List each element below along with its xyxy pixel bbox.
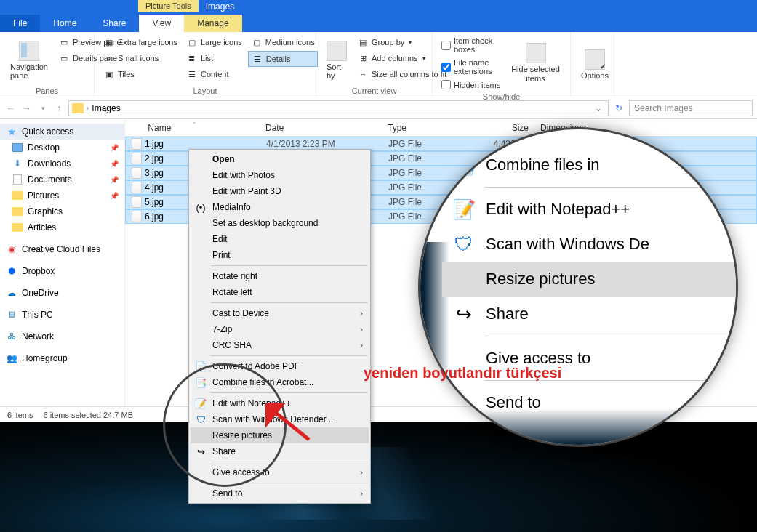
column-type[interactable]: Type bbox=[382, 123, 476, 133]
sidebar-quick-access[interactable]: ★Quick access bbox=[0, 124, 124, 140]
tab-view[interactable]: View bbox=[139, 15, 184, 32]
back-button[interactable]: ← bbox=[4, 102, 17, 115]
details-label: Details bbox=[266, 55, 291, 63]
tab-manage[interactable]: Manage bbox=[184, 15, 241, 32]
tab-file[interactable]: File bbox=[0, 15, 40, 32]
forward-button[interactable]: → bbox=[20, 102, 33, 115]
column-size[interactable]: Size bbox=[476, 123, 534, 133]
share-icon: ↪ bbox=[195, 446, 207, 457]
this-pc-icon: 🖥 bbox=[6, 309, 17, 321]
cm-cast[interactable]: Cast to Device› bbox=[191, 305, 369, 321]
column-name[interactable]: ˄ Name bbox=[125, 123, 260, 133]
network-icon: 🖧 bbox=[6, 331, 17, 342]
sidebar-pictures[interactable]: Pictures📌 bbox=[0, 188, 124, 203]
pictures-icon bbox=[12, 190, 23, 201]
address-dropdown-icon[interactable]: ⌄ bbox=[592, 103, 605, 113]
small-icons-button[interactable]: ▫Small icons bbox=[100, 51, 180, 65]
tab-share[interactable]: Share bbox=[89, 15, 139, 32]
cm-edit-photos[interactable]: Edit with Photos bbox=[191, 167, 369, 183]
mag-resize-pictures[interactable]: Resize pictures bbox=[442, 262, 738, 297]
hidden-checkbox[interactable] bbox=[441, 80, 451, 89]
file-name: 6.jpg bbox=[145, 211, 164, 222]
column-date[interactable]: Date bbox=[260, 123, 382, 133]
cm-print[interactable]: Print bbox=[191, 247, 369, 263]
cm-edit[interactable]: Edit bbox=[191, 231, 369, 247]
search-input[interactable]: Search Images bbox=[629, 100, 753, 116]
cm-give-access[interactable]: Give access to› bbox=[191, 464, 369, 480]
cm-rotate-left[interactable]: Rotate left bbox=[191, 284, 369, 300]
tab-home[interactable]: Home bbox=[40, 15, 89, 32]
path-segment[interactable]: Images bbox=[92, 103, 120, 113]
folder-icon bbox=[12, 206, 23, 217]
context-menu: Open Edit with Photos Edit with Paint 3D… bbox=[188, 149, 371, 504]
mag-share[interactable]: ↪Share bbox=[442, 297, 738, 331]
mag-notepadpp[interactable]: 📝Edit with Notepad++ bbox=[442, 192, 738, 227]
mag-defender[interactable]: 🛡Scan with Windows De bbox=[442, 227, 738, 262]
file-type: JPG File bbox=[382, 139, 477, 149]
hidden-label: Hidden items bbox=[454, 81, 500, 89]
tiles-button[interactable]: ▣Tiles bbox=[100, 67, 180, 81]
sidebar: ★Quick access Desktop📌 ⬇Downloads📌 Docum… bbox=[0, 119, 125, 406]
jpg-file-icon bbox=[132, 153, 142, 164]
extra-large-icons-button[interactable]: ▦Extra large icons bbox=[100, 35, 180, 49]
cm-mediainfo[interactable]: (•)MediaInfo bbox=[191, 199, 369, 215]
recent-button[interactable]: ▾ bbox=[36, 102, 49, 115]
options-icon: ✔ bbox=[585, 49, 605, 70]
cm-convert-pdf[interactable]: 📄Convert to Adobe PDF bbox=[191, 358, 369, 374]
list-button[interactable]: ≣List bbox=[183, 51, 245, 65]
medium-icons-button[interactable]: ▢Medium icons bbox=[248, 35, 318, 49]
cm-send-to[interactable]: Send to› bbox=[191, 485, 369, 501]
up-button[interactable]: ↑ bbox=[52, 102, 65, 115]
cm-combine-acrobat[interactable]: 📑Combine files in Acrobat... bbox=[191, 374, 369, 390]
cm-edit-paint3d[interactable]: Edit with Paint 3D bbox=[191, 183, 369, 199]
sidebar-desktop-label: Desktop bbox=[28, 142, 60, 153]
picture-tools-tab[interactable]: Picture Tools bbox=[138, 0, 199, 12]
tiles-label: Tiles bbox=[118, 70, 135, 78]
folder-icon bbox=[72, 103, 84, 113]
details-button[interactable]: ☰Details bbox=[248, 51, 318, 67]
cm-7zip[interactable]: 7-Zip› bbox=[191, 321, 369, 337]
sidebar-downloads[interactable]: ⬇Downloads📌 bbox=[0, 156, 124, 172]
cm-set-bg[interactable]: Set as desktop background bbox=[191, 215, 369, 231]
file-ext-label: File name extensions bbox=[454, 58, 501, 76]
sidebar-onedrive-label: OneDrive bbox=[22, 288, 59, 298]
navigation-pane-button[interactable]: Navigation pane bbox=[6, 35, 52, 85]
sidebar-articles[interactable]: Articles bbox=[0, 219, 124, 235]
options-button[interactable]: ✔ Options bbox=[577, 35, 613, 94]
cm-crc[interactable]: CRC SHA› bbox=[191, 337, 369, 353]
sort-by-button[interactable]: Sort by bbox=[322, 35, 351, 85]
documents-icon bbox=[12, 174, 23, 185]
sidebar-documents[interactable]: Documents📌 bbox=[0, 172, 124, 188]
item-check-boxes-toggle[interactable]: Item check boxes bbox=[438, 35, 504, 55]
sidebar-creative-cloud[interactable]: ◉Creative Cloud Files bbox=[0, 241, 124, 257]
cm-rotate-right[interactable]: Rotate right bbox=[191, 268, 369, 284]
sidebar-homegroup[interactable]: 👥Homegroup bbox=[0, 350, 124, 366]
file-ext-checkbox[interactable] bbox=[441, 63, 451, 72]
hide-selected-button[interactable]: Hide selected items bbox=[507, 35, 564, 91]
pin-icon: 📌 bbox=[110, 160, 119, 168]
star-icon: ★ bbox=[6, 126, 17, 137]
address-path[interactable]: › Images ⌄ bbox=[68, 100, 609, 116]
sidebar-network[interactable]: 🖧Network bbox=[0, 329, 124, 344]
content-button[interactable]: ☰Content bbox=[183, 67, 245, 81]
sidebar-graphics[interactable]: Graphics bbox=[0, 203, 124, 219]
hidden-items-toggle[interactable]: Hidden items bbox=[438, 78, 504, 91]
large-icons-button[interactable]: ▢Large icons bbox=[183, 35, 245, 49]
item-check-checkbox[interactable] bbox=[441, 41, 451, 50]
navigation-pane-label: Navigation pane bbox=[10, 63, 48, 80]
chevron-right-icon: › bbox=[360, 488, 363, 499]
file-ext-toggle[interactable]: File name extensions bbox=[438, 57, 504, 77]
blank-icon bbox=[452, 267, 476, 291]
sidebar-desktop[interactable]: Desktop📌 bbox=[0, 140, 124, 156]
notepadpp-icon: 📝 bbox=[452, 198, 476, 221]
cm-open[interactable]: Open bbox=[191, 151, 369, 167]
shield-icon: 🛡 bbox=[195, 414, 207, 425]
refresh-button[interactable]: ↻ bbox=[612, 103, 626, 113]
sidebar-downloads-label: Downloads bbox=[28, 158, 71, 169]
sidebar-onedrive[interactable]: ☁OneDrive bbox=[0, 285, 124, 301]
mediainfo-icon: (•) bbox=[195, 201, 207, 213]
sidebar-dropbox[interactable]: ⬢Dropbox bbox=[0, 263, 124, 279]
pin-icon: 📌 bbox=[110, 176, 119, 184]
pin-icon: 📌 bbox=[110, 192, 119, 200]
sidebar-this-pc[interactable]: 🖥This PC bbox=[0, 307, 124, 323]
